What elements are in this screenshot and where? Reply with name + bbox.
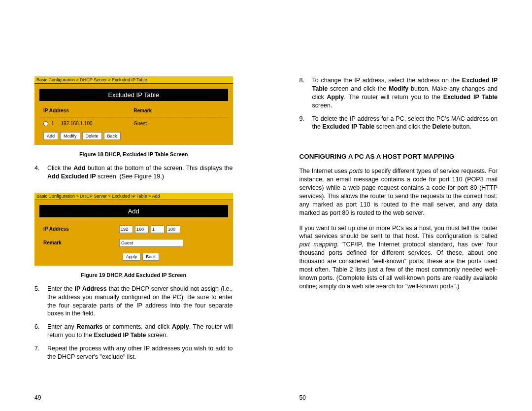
step-4: 4. Click the Add button at the bottom of… (34, 164, 233, 181)
figure-18-caption: Figure 18 DHCP, Excluded IP Table Screen (34, 151, 233, 157)
delete-button[interactable]: Delete (82, 132, 102, 140)
col-header-remark: Remark (133, 108, 224, 113)
panel-title: Excluded IP Table (39, 89, 228, 101)
step-6: 6. Enter any Remarks or comments, and cl… (34, 323, 233, 340)
panel-title: Add (39, 205, 228, 217)
section-heading: CONFIGURING A PC AS A HOST PORT MAPPING (299, 153, 498, 160)
row-ip: 192.168.1.100 (61, 121, 93, 126)
breadcrumb: Basic Configuration > DHCP Server > Excl… (34, 193, 233, 200)
ip-octet-4[interactable] (166, 225, 180, 233)
paragraph-1: The Internet uses ports to specify diffe… (299, 167, 498, 217)
add-button[interactable]: Add (43, 132, 58, 140)
ip-label: IP Address (43, 226, 119, 232)
back-button[interactable]: Back (142, 253, 159, 261)
table-row[interactable]: 1 192.168.1.100 Guest (39, 118, 228, 129)
col-header-ip: IP Address (43, 108, 133, 113)
figure-18-screenshot: Basic Configuration > DHCP Server > Excl… (34, 76, 233, 145)
remark-label: Remark (43, 240, 119, 245)
step-7: 7. Repeat the process with any other IP … (34, 344, 233, 361)
row-remark: Guest (133, 121, 224, 126)
page-number: 50 (299, 394, 498, 401)
ip-octet-3[interactable] (151, 225, 165, 233)
remark-input[interactable] (119, 239, 183, 247)
modify-button[interactable]: Modify (60, 132, 80, 140)
form-row-ip: IP Address (39, 222, 228, 236)
ip-octet-2[interactable] (135, 225, 149, 233)
figure-19-screenshot: Basic Configuration > DHCP Server > Excl… (34, 193, 233, 266)
step-9: 9. To delete the IP address for a PC, se… (299, 115, 498, 132)
row-index: 1 (51, 121, 54, 126)
table-header-row: IP Address Remark (39, 106, 228, 118)
paragraph-2: If you want to set up one or more PCs as… (299, 224, 498, 291)
step-5: 5. Enter the IP Address that the DHCP se… (34, 285, 233, 318)
form-row-remark: Remark (39, 236, 228, 250)
ip-octet-1[interactable] (119, 225, 133, 233)
radio-icon[interactable] (43, 121, 48, 126)
apply-button[interactable]: Apply (123, 253, 141, 261)
page-number: 49 (34, 394, 233, 401)
back-button[interactable]: Back (104, 132, 121, 140)
step-8: 8. To change the IP address, select the … (299, 76, 498, 110)
breadcrumb: Basic Configuration > DHCP Server > Excl… (34, 76, 233, 84)
figure-19-caption: Figure 19 DHCP, Add Excluded IP Screen (34, 272, 233, 278)
